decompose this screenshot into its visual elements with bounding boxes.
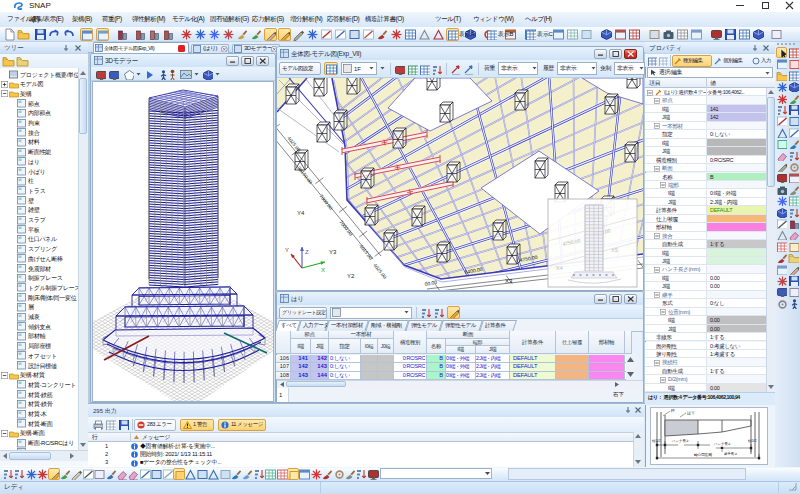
svg-text:Z: Z [305,249,309,255]
svg-text:軸心間距離: 軸心間距離 [694,452,712,457]
svg-text:Y3: Y3 [329,249,337,255]
svg-text:ハンチ長さ: ハンチ長さ [713,441,731,446]
svg-text:継手長さ: 継手長さ [723,451,738,456]
svg-text:柱D/2: 柱D/2 [748,439,757,443]
svg-text:X4: X4 [556,265,563,271]
svg-text:Y4: Y4 [297,210,305,216]
svg-text:ハンチ長さ: ハンチ長さ [671,438,689,443]
svg-text:柱D/2: 柱D/2 [652,439,661,443]
svg-text:X: X [321,267,325,273]
svg-text:Y2: Y2 [347,273,355,279]
svg-text:X3: X3 [505,278,513,284]
svg-text:Y: Y [285,247,289,253]
svg-text:はり: はり [687,410,695,416]
svg-text:柱: 柱 [670,408,675,413]
